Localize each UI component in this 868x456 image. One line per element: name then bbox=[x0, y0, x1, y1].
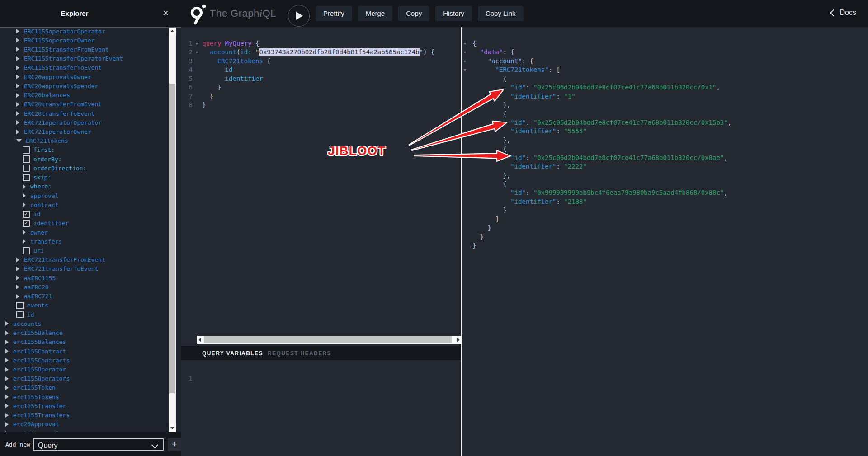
collapse-arrow-icon[interactable] bbox=[16, 120, 19, 125]
toolbar-button-merge[interactable]: Merge bbox=[358, 6, 393, 21]
explorer-tree-item[interactable]: ERC1155transferFromEvent bbox=[0, 45, 168, 54]
explorer-tree-item[interactable]: ERC20balances bbox=[0, 91, 168, 100]
collapse-arrow-icon[interactable] bbox=[16, 285, 19, 289]
collapse-arrow-icon[interactable] bbox=[16, 102, 19, 107]
explorer-tree-item[interactable]: erc1155Balance bbox=[0, 329, 168, 338]
scrollbar-thumb[interactable] bbox=[169, 84, 175, 393]
explorer-tree-item[interactable]: erc1155Token bbox=[0, 383, 168, 392]
checkbox-icon[interactable] bbox=[23, 165, 30, 172]
explorer-tree-item[interactable]: events bbox=[0, 301, 168, 310]
checkbox-icon[interactable] bbox=[16, 311, 24, 318]
collapse-arrow-icon[interactable] bbox=[23, 230, 26, 235]
explorer-tree-item[interactable]: ERC1155transferOperatorEvent bbox=[0, 54, 168, 63]
explorer-tree-item[interactable]: approval bbox=[0, 191, 168, 200]
explorer-tree-item[interactable]: asERC721 bbox=[0, 292, 168, 301]
explorer-tree-item[interactable]: erc1155Operator bbox=[0, 365, 168, 374]
explorer-tree-item[interactable]: erc20Approval bbox=[0, 420, 168, 429]
fold-arrow-icon[interactable]: ▾ bbox=[463, 66, 467, 74]
explorer-tree-item[interactable]: contract bbox=[0, 200, 168, 209]
checkbox-checked-icon[interactable]: ✓ bbox=[23, 220, 30, 227]
fold-arrow-icon[interactable]: ▾ bbox=[195, 39, 198, 48]
collapse-arrow-icon[interactable] bbox=[16, 276, 19, 280]
explorer-tree-item[interactable]: ERC20approvalsOwner bbox=[0, 72, 168, 81]
collapse-arrow-icon[interactable] bbox=[23, 184, 26, 189]
collapse-arrow-icon[interactable] bbox=[16, 47, 19, 52]
explorer-tree-item[interactable]: ERC721operatorOperator bbox=[0, 118, 168, 127]
scroll-down-arrow-icon[interactable] bbox=[169, 424, 176, 432]
checkbox-icon[interactable] bbox=[23, 247, 30, 254]
execute-query-button[interactable] bbox=[288, 5, 310, 27]
explorer-tree-item[interactable]: ERC721transferToEvent bbox=[0, 264, 168, 273]
explorer-tree-item[interactable]: orderDirection: bbox=[0, 164, 168, 173]
collapse-arrow-icon[interactable] bbox=[16, 130, 19, 134]
explorer-tree-item[interactable]: asERC20 bbox=[0, 282, 168, 291]
scroll-right-arrow-icon[interactable] bbox=[457, 338, 460, 342]
add-operation-button[interactable]: + bbox=[168, 438, 181, 451]
toolbar-button-copy[interactable]: Copy bbox=[398, 6, 429, 21]
explorer-tree-item[interactable]: ERC721transferFromEvent bbox=[0, 255, 168, 264]
operation-type-select[interactable]: Query bbox=[33, 438, 164, 451]
collapse-arrow-icon[interactable] bbox=[5, 422, 9, 427]
explorer-tree-item[interactable]: erc1155Contracts bbox=[0, 356, 168, 365]
query-variables-editor[interactable]: 1 bbox=[181, 360, 461, 456]
explorer-scrollbar[interactable] bbox=[169, 27, 176, 432]
collapse-arrow-icon[interactable] bbox=[23, 193, 26, 198]
checkbox-icon[interactable] bbox=[23, 174, 30, 181]
collapse-arrow-icon[interactable] bbox=[5, 349, 9, 353]
editor-h-scrollbar[interactable] bbox=[197, 336, 461, 344]
collapse-arrow-icon[interactable] bbox=[16, 75, 19, 79]
collapse-arrow-icon[interactable] bbox=[16, 111, 19, 116]
explorer-tree-item[interactable]: uri bbox=[0, 246, 168, 255]
explorer-tree-item[interactable]: skip: bbox=[0, 173, 168, 182]
collapse-arrow-icon[interactable] bbox=[16, 29, 19, 33]
explorer-tree-item[interactable]: ERC1155operatorOperator bbox=[0, 27, 168, 36]
tab-request-headers[interactable]: REQUEST HEADERS bbox=[268, 350, 331, 357]
collapse-arrow-icon[interactable] bbox=[5, 358, 9, 362]
toolbar-button-history[interactable]: History bbox=[435, 6, 472, 21]
collapse-arrow-icon[interactable] bbox=[5, 413, 9, 418]
explorer-tree-item[interactable]: ERC20transferFromEvent bbox=[0, 100, 168, 109]
h-scrollbar-thumb[interactable] bbox=[204, 336, 452, 343]
collapse-arrow-icon[interactable] bbox=[16, 258, 19, 262]
pane-divider[interactable] bbox=[461, 27, 462, 456]
explorer-tree-item[interactable]: ERC721operatorOwner bbox=[0, 127, 168, 136]
fold-arrow-icon[interactable]: ▾ bbox=[463, 57, 467, 66]
explorer-tree-item[interactable]: erc1155Balances bbox=[0, 338, 168, 347]
query-editor[interactable]: 1▾query MyQuery {2▾ account(id: "0x93743… bbox=[181, 27, 461, 336]
explorer-tree-item[interactable]: ERC1155transferToEvent bbox=[0, 63, 168, 72]
docs-link[interactable]: Docs bbox=[831, 9, 856, 17]
explorer-tree-item[interactable]: ✓id bbox=[0, 210, 168, 219]
explorer-tree-item[interactable]: owner bbox=[0, 228, 168, 237]
checkbox-icon[interactable] bbox=[16, 302, 24, 309]
collapse-arrow-icon[interactable] bbox=[23, 239, 26, 244]
collapse-arrow-icon[interactable] bbox=[16, 294, 19, 299]
scroll-left-arrow-icon[interactable] bbox=[198, 338, 201, 342]
input-arg-icon[interactable] bbox=[23, 146, 30, 154]
explorer-tree-item[interactable]: erc1155Operators bbox=[0, 374, 168, 383]
collapse-arrow-icon[interactable] bbox=[16, 66, 19, 70]
scroll-up-arrow-icon[interactable] bbox=[169, 27, 176, 35]
explorer-tree-item[interactable]: erc1155Tokens bbox=[0, 392, 168, 401]
collapse-arrow-icon[interactable] bbox=[23, 202, 26, 207]
checkbox-checked-icon[interactable]: ✓ bbox=[23, 211, 30, 218]
tab-query-variables[interactable]: QUERY VARIABLES bbox=[202, 350, 263, 357]
explorer-tree-item[interactable]: where: bbox=[0, 182, 168, 191]
collapse-arrow-icon[interactable] bbox=[5, 404, 9, 408]
collapse-arrow-icon[interactable] bbox=[5, 376, 9, 381]
explorer-tree-item[interactable]: ERC721tokens bbox=[0, 136, 168, 146]
explorer-tree-item[interactable]: orderBy: bbox=[0, 155, 168, 164]
expand-arrow-icon[interactable] bbox=[16, 139, 22, 142]
explorer-tree-item[interactable]: erc1155Transfers bbox=[0, 411, 168, 420]
explorer-tree-item[interactable]: accounts bbox=[0, 319, 168, 328]
collapse-arrow-icon[interactable] bbox=[5, 395, 9, 399]
checkbox-icon[interactable] bbox=[23, 155, 30, 163]
explorer-tree-item[interactable]: ✓identifier bbox=[0, 219, 168, 228]
explorer-tree-item[interactable]: ERC1155operatorOwner bbox=[0, 36, 168, 45]
toolbar-button-copy-link[interactable]: Copy Link bbox=[478, 6, 524, 21]
explorer-tree-item[interactable]: transfers bbox=[0, 237, 168, 246]
explorer-tree-item[interactable]: first: bbox=[0, 146, 168, 155]
collapse-arrow-icon[interactable] bbox=[5, 340, 9, 344]
collapse-arrow-icon[interactable] bbox=[16, 93, 19, 98]
fold-arrow-icon[interactable]: ▾ bbox=[195, 48, 198, 56]
explorer-tree-item[interactable]: erc20Approvals bbox=[0, 429, 168, 432]
